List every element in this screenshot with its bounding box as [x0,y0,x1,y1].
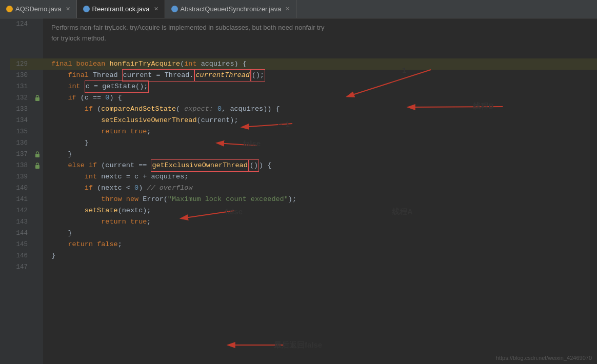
code-line-131: int c = getState(); [43,81,597,92]
ln-132: 132 [10,92,32,104]
code-line-130: final Thread current = Thread.currentThr… [43,70,597,81]
tab-close-reentrantlock[interactable]: ✕ [154,6,158,12]
tab-icon-aqsdemo [6,6,13,12]
ln-140: 140 [10,183,32,194]
breakpoint-col [32,18,43,364]
code-129-final: final [51,58,76,70]
ln-124: 124 [10,18,32,30]
code-line-132: if (c == 0) { [43,92,597,104]
code-line-139: int nextc = c + acquires; [43,171,597,183]
code-line-138: else if (current == getExclusiveOwnerThr… [43,160,597,171]
svg-rect-2 [35,165,39,169]
watermark: https://blog.csdn.net/weixin_42469070 [496,355,592,361]
line-numbers: 124 129 130 131 132 133 134 135 136 137 … [10,18,32,364]
lock-132 [32,92,43,104]
tab-reentrantlock[interactable]: ReentrantLock.java ✕ [77,0,165,18]
annotation-finalfalse-label: 最后返回false [274,340,322,350]
svg-rect-1 [35,154,39,157]
tab-abstractqueued[interactable]: AbstractQueuedSynchronizer.java ✕ [165,0,297,18]
code-line-147 [43,261,597,273]
ln-129: 129 [10,58,32,70]
code-line-137: } [43,149,597,160]
code-line-142: setState(nextc); [43,205,597,216]
ln-136: 136 [10,137,32,149]
tab-icon-reentrantlock [83,6,90,12]
code-line-136: } [43,137,597,149]
code-line-146: } [43,250,597,261]
tab-icon-abstractqueued [171,6,178,12]
code-panel[interactable]: Performs non-fair tryLock. tryAcquire is… [43,18,597,364]
ln-comment-spacer [10,30,32,58]
code-line-143: return true; [43,216,597,228]
comment-block: Performs non-fair tryLock. tryAcquire is… [43,18,597,58]
svg-rect-0 [35,97,39,101]
ln-137: 137 [10,149,32,160]
ln-130: 130 [10,70,32,81]
ln-138: 138 [10,160,32,171]
tab-close-aqsdemo[interactable]: ✕ [66,6,70,12]
ln-144: 144 [10,228,32,239]
ln-134: 134 [10,115,32,126]
ln-147: 147 [10,261,32,273]
ln-139: 139 [10,171,32,183]
code-line-135: return true; [43,126,597,137]
left-margin [0,18,10,364]
app-container: AQSDemo.java ✕ ReentrantLock.java ✕ Abst… [0,0,597,364]
ln-145: 145 [10,239,32,250]
tab-label-abstractqueued: AbstractQueuedSynchronizer.java [181,5,282,13]
ln-135: 135 [10,126,32,137]
lock-138 [32,160,43,171]
comment-line2: for trylock method. [51,33,597,44]
code-line-144: } [43,228,597,239]
comment-line1: Performs non-fair tryLock. tryAcquire is… [51,23,597,33]
code-line-140: if (nextc < 0) // overflow [43,183,597,194]
ln-146: 146 [10,250,32,261]
lock-137 [32,149,43,160]
tab-close-abstractqueued[interactable]: ✕ [285,6,290,12]
code-line-141: throw new Error("Maximum lock count exce… [43,194,597,205]
tab-aqsdemo[interactable]: AQSDemo.java ✕ [0,0,77,18]
ln-133: 133 [10,104,32,115]
code-line-133: if (compareAndSetState( expect: 0, acqui… [43,104,597,115]
tab-label-reentrantlock: ReentrantLock.java [92,5,150,13]
ln-141: 141 [10,194,32,205]
tab-label-aqsdemo: AQSDemo.java [15,5,62,13]
tab-bar: AQSDemo.java ✕ ReentrantLock.java ✕ Abst… [0,0,597,18]
code-line-134: setExclusiveOwnerThread(current); [43,115,597,126]
code-line-129: final boolean honfairTryAcquire(int acqu… [43,58,597,70]
editor-body: 124 129 130 131 132 133 134 135 136 137 … [0,18,597,364]
code-line-145: return false; [43,239,597,250]
ln-131: 131 [10,81,32,92]
ln-143: 143 [10,216,32,228]
ln-142: 142 [10,205,32,216]
